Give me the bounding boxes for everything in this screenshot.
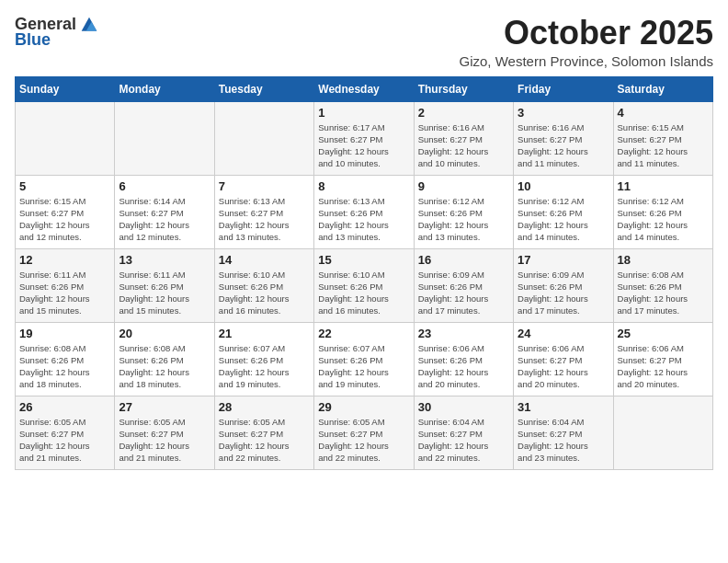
day-number: 28 [219, 400, 310, 414]
calendar-week-row: 5Sunrise: 6:15 AM Sunset: 6:27 PM Daylig… [16, 175, 713, 248]
day-info: Sunrise: 6:05 AM Sunset: 6:27 PM Dayligh… [19, 417, 90, 464]
day-number: 11 [618, 179, 709, 193]
calendar-week-row: 1Sunrise: 6:17 AM Sunset: 6:27 PM Daylig… [16, 101, 713, 175]
day-info: Sunrise: 6:07 AM Sunset: 6:26 PM Dayligh… [219, 343, 290, 390]
calendar-cell: 18Sunrise: 6:08 AM Sunset: 6:26 PM Dayli… [613, 248, 712, 322]
calendar-cell: 15Sunrise: 6:10 AM Sunset: 6:26 PM Dayli… [314, 248, 414, 322]
calendar-cell: 1Sunrise: 6:17 AM Sunset: 6:27 PM Daylig… [314, 101, 414, 175]
day-number: 16 [418, 253, 509, 267]
calendar-cell: 11Sunrise: 6:12 AM Sunset: 6:26 PM Dayli… [613, 175, 712, 248]
day-info: Sunrise: 6:10 AM Sunset: 6:26 PM Dayligh… [219, 270, 290, 316]
calendar-cell: 12Sunrise: 6:11 AM Sunset: 6:26 PM Dayli… [16, 248, 115, 322]
day-info: Sunrise: 6:15 AM Sunset: 6:27 PM Dayligh… [618, 122, 688, 169]
day-number: 12 [19, 253, 110, 267]
day-info: Sunrise: 6:12 AM Sunset: 6:26 PM Dayligh… [618, 196, 688, 243]
weekday-header-tuesday: Tuesday [214, 76, 313, 101]
day-info: Sunrise: 6:11 AM Sunset: 6:26 PM Dayligh… [119, 270, 189, 316]
day-info: Sunrise: 6:05 AM Sunset: 6:27 PM Dayligh… [318, 417, 389, 464]
calendar-cell: 28Sunrise: 6:05 AM Sunset: 6:27 PM Dayli… [214, 396, 313, 469]
calendar-cell: 3Sunrise: 6:16 AM Sunset: 6:27 PM Daylig… [514, 101, 613, 175]
calendar-cell: 8Sunrise: 6:13 AM Sunset: 6:26 PM Daylig… [314, 175, 414, 248]
day-number: 22 [318, 327, 409, 340]
logo: General Blue [15, 15, 98, 50]
weekday-header-monday: Monday [115, 76, 214, 101]
calendar-cell: 2Sunrise: 6:16 AM Sunset: 6:27 PM Daylig… [414, 101, 513, 175]
day-info: Sunrise: 6:05 AM Sunset: 6:27 PM Dayligh… [119, 417, 189, 464]
location-title: Gizo, Western Province, Solomon Islands [459, 53, 713, 69]
day-info: Sunrise: 6:16 AM Sunset: 6:27 PM Dayligh… [418, 122, 489, 169]
calendar-cell: 17Sunrise: 6:09 AM Sunset: 6:26 PM Dayli… [514, 248, 613, 322]
day-info: Sunrise: 6:04 AM Sunset: 6:27 PM Dayligh… [518, 417, 588, 464]
day-number: 18 [618, 253, 709, 267]
calendar-week-row: 26Sunrise: 6:05 AM Sunset: 6:27 PM Dayli… [16, 396, 713, 469]
day-number: 27 [119, 400, 210, 414]
day-number: 1 [318, 106, 409, 120]
day-number: 6 [119, 179, 210, 193]
calendar-cell: 25Sunrise: 6:06 AM Sunset: 6:27 PM Dayli… [613, 322, 712, 396]
weekday-header-wednesday: Wednesday [314, 76, 414, 101]
day-info: Sunrise: 6:16 AM Sunset: 6:27 PM Dayligh… [518, 122, 588, 169]
calendar-cell: 5Sunrise: 6:15 AM Sunset: 6:27 PM Daylig… [16, 175, 115, 248]
calendar-cell [214, 101, 313, 175]
weekday-header-saturday: Saturday [613, 76, 712, 101]
calendar-cell: 26Sunrise: 6:05 AM Sunset: 6:27 PM Dayli… [16, 396, 115, 469]
day-info: Sunrise: 6:12 AM Sunset: 6:26 PM Dayligh… [518, 196, 588, 243]
day-number: 20 [119, 327, 210, 340]
day-info: Sunrise: 6:06 AM Sunset: 6:27 PM Dayligh… [518, 343, 588, 390]
day-info: Sunrise: 6:15 AM Sunset: 6:27 PM Dayligh… [19, 196, 90, 243]
calendar-week-row: 19Sunrise: 6:08 AM Sunset: 6:26 PM Dayli… [16, 322, 713, 396]
calendar-cell [613, 396, 712, 469]
day-number: 24 [518, 327, 609, 340]
calendar-cell [16, 101, 115, 175]
calendar-cell: 29Sunrise: 6:05 AM Sunset: 6:27 PM Dayli… [314, 396, 414, 469]
weekday-header-thursday: Thursday [414, 76, 513, 101]
day-info: Sunrise: 6:06 AM Sunset: 6:27 PM Dayligh… [618, 343, 688, 390]
calendar-cell: 9Sunrise: 6:12 AM Sunset: 6:26 PM Daylig… [414, 175, 513, 248]
weekday-header-sunday: Sunday [16, 76, 115, 101]
calendar-cell: 4Sunrise: 6:15 AM Sunset: 6:27 PM Daylig… [613, 101, 712, 175]
calendar-cell: 23Sunrise: 6:06 AM Sunset: 6:26 PM Dayli… [414, 322, 513, 396]
calendar-cell: 7Sunrise: 6:13 AM Sunset: 6:27 PM Daylig… [214, 175, 313, 248]
calendar-cell: 22Sunrise: 6:07 AM Sunset: 6:26 PM Dayli… [314, 322, 414, 396]
month-title: October 2025 [459, 15, 713, 52]
calendar-cell: 24Sunrise: 6:06 AM Sunset: 6:27 PM Dayli… [514, 322, 613, 396]
day-number: 15 [318, 253, 409, 267]
calendar-cell: 16Sunrise: 6:09 AM Sunset: 6:26 PM Dayli… [414, 248, 513, 322]
calendar-cell: 19Sunrise: 6:08 AM Sunset: 6:26 PM Dayli… [16, 322, 115, 396]
day-number: 9 [418, 179, 509, 193]
day-number: 26 [19, 400, 110, 414]
day-info: Sunrise: 6:14 AM Sunset: 6:27 PM Dayligh… [119, 196, 189, 243]
logo-blue: Blue [15, 30, 51, 50]
day-number: 31 [518, 400, 609, 414]
day-number: 14 [219, 253, 310, 267]
day-info: Sunrise: 6:08 AM Sunset: 6:26 PM Dayligh… [19, 343, 90, 390]
day-info: Sunrise: 6:13 AM Sunset: 6:27 PM Dayligh… [219, 196, 290, 243]
day-number: 23 [418, 327, 509, 340]
calendar-cell: 31Sunrise: 6:04 AM Sunset: 6:27 PM Dayli… [514, 396, 613, 469]
day-number: 13 [119, 253, 210, 267]
calendar-cell: 14Sunrise: 6:10 AM Sunset: 6:26 PM Dayli… [214, 248, 313, 322]
day-number: 30 [418, 400, 509, 414]
day-info: Sunrise: 6:06 AM Sunset: 6:26 PM Dayligh… [418, 343, 489, 390]
day-number: 4 [618, 106, 709, 120]
calendar-cell [115, 101, 214, 175]
day-info: Sunrise: 6:05 AM Sunset: 6:27 PM Dayligh… [219, 417, 290, 464]
weekday-header-row: SundayMondayTuesdayWednesdayThursdayFrid… [16, 76, 713, 101]
calendar-cell: 10Sunrise: 6:12 AM Sunset: 6:26 PM Dayli… [514, 175, 613, 248]
day-number: 25 [618, 327, 709, 340]
day-number: 3 [518, 106, 609, 120]
calendar-week-row: 12Sunrise: 6:11 AM Sunset: 6:26 PM Dayli… [16, 248, 713, 322]
day-number: 17 [518, 253, 609, 267]
calendar-cell: 13Sunrise: 6:11 AM Sunset: 6:26 PM Dayli… [115, 248, 214, 322]
day-number: 2 [418, 106, 509, 120]
day-info: Sunrise: 6:08 AM Sunset: 6:26 PM Dayligh… [618, 270, 688, 316]
day-info: Sunrise: 6:07 AM Sunset: 6:26 PM Dayligh… [318, 343, 389, 390]
day-number: 19 [19, 327, 110, 340]
day-info: Sunrise: 6:17 AM Sunset: 6:27 PM Dayligh… [318, 122, 389, 169]
day-info: Sunrise: 6:04 AM Sunset: 6:27 PM Dayligh… [418, 417, 489, 464]
day-info: Sunrise: 6:09 AM Sunset: 6:26 PM Dayligh… [518, 270, 588, 316]
title-block: October 2025 Gizo, Western Province, Sol… [459, 15, 713, 69]
day-info: Sunrise: 6:11 AM Sunset: 6:26 PM Dayligh… [19, 270, 90, 316]
calendar-cell: 6Sunrise: 6:14 AM Sunset: 6:27 PM Daylig… [115, 175, 214, 248]
weekday-header-friday: Friday [514, 76, 613, 101]
